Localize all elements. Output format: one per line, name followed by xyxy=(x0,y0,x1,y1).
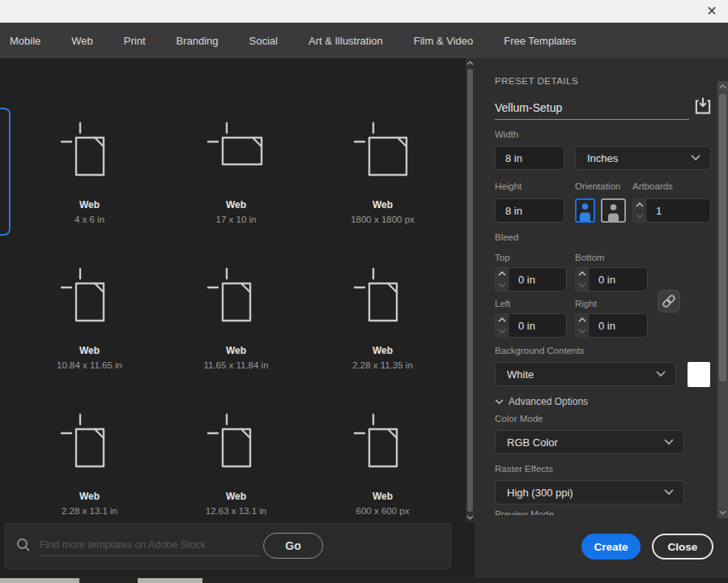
stepper-down-icon[interactable] xyxy=(496,279,509,291)
chevron-down-icon xyxy=(495,399,504,405)
stepper-down-icon[interactable] xyxy=(576,326,589,337)
bleed-right-stepper[interactable] xyxy=(575,313,648,338)
color-mode-dropdown[interactable]: RGB Color xyxy=(495,430,684,454)
scroll-down-icon[interactable] xyxy=(717,508,728,517)
tab-mobile[interactable]: Mobile xyxy=(10,35,40,47)
bleed-right-input[interactable] xyxy=(590,314,647,337)
bleed-left-input[interactable] xyxy=(509,314,566,337)
templates-scrollbar[interactable] xyxy=(466,58,475,522)
scrollbar-thumb[interactable] xyxy=(467,69,473,512)
preset-details-title: PRESET DETAILS xyxy=(495,76,578,86)
artboards-stepper[interactable] xyxy=(632,198,711,223)
template-name: Web xyxy=(226,199,246,211)
stepper-down-icon[interactable] xyxy=(576,279,589,291)
template-doc-icon xyxy=(353,389,413,476)
taskbar-segment xyxy=(138,578,202,583)
create-button[interactable]: Create xyxy=(581,534,641,560)
bleed-top-input[interactable] xyxy=(509,268,566,291)
bleed-top-stepper[interactable] xyxy=(495,267,567,292)
height-input[interactable] xyxy=(495,198,564,223)
bleed-left-stepper[interactable] xyxy=(495,313,567,338)
background-contents-value: White xyxy=(507,368,656,381)
tabbar: MobileWebPrintBrandingSocialArt & Illust… xyxy=(0,23,728,58)
go-button[interactable]: Go xyxy=(263,533,323,559)
artboards-label: Artboards xyxy=(632,181,673,191)
taskbar-segment xyxy=(0,578,79,583)
template-doc-icon xyxy=(60,389,120,476)
advanced-options-label: Advanced Options xyxy=(509,396,588,407)
advanced-options-toggle[interactable]: Advanced Options xyxy=(495,396,588,407)
raster-effects-dropdown[interactable]: High (300 ppi) xyxy=(495,480,684,504)
template-card[interactable]: Web 12.63 x 13.1 in xyxy=(163,389,309,534)
tab-web[interactable]: Web xyxy=(71,35,93,47)
template-doc-icon xyxy=(353,243,413,330)
stock-search-panel: Go xyxy=(5,523,451,569)
template-doc-icon xyxy=(206,97,266,185)
template-card[interactable]: Web 4 x 6 in xyxy=(16,97,163,243)
stepper-down-icon[interactable] xyxy=(633,211,646,222)
orientation-portrait-button[interactable] xyxy=(575,198,595,223)
template-name: Web xyxy=(373,345,393,356)
orientation-landscape-button[interactable] xyxy=(601,198,626,223)
bleed-bottom-input[interactable] xyxy=(590,268,647,291)
tab-film-video[interactable]: Film & Video xyxy=(414,35,473,47)
tab-print[interactable]: Print xyxy=(124,35,146,47)
template-dims: 11.65 x 11.84 in xyxy=(203,360,268,370)
stepper-up-icon[interactable] xyxy=(496,314,509,326)
color-mode-label: Color Mode xyxy=(495,414,543,423)
template-name: Web xyxy=(373,491,393,502)
tab-social[interactable]: Social xyxy=(249,35,278,47)
stepper-up-icon[interactable] xyxy=(633,199,646,211)
template-card[interactable]: Web 2.28 x 13.1 in xyxy=(16,389,163,534)
scroll-up-icon[interactable] xyxy=(717,82,728,91)
templates-panel: Web 4 x 6 in Web 17 x 10 in Web 1800 x 1… xyxy=(0,58,466,583)
template-card[interactable]: Web 17 x 10 in xyxy=(163,97,309,243)
stepper-up-icon[interactable] xyxy=(576,268,589,279)
chevron-down-icon xyxy=(664,439,674,445)
template-card[interactable]: Web 600 x 600 px xyxy=(309,389,456,534)
stepper-down-icon[interactable] xyxy=(496,326,509,337)
close-window-button[interactable]: ✕ xyxy=(703,2,721,20)
preset-details-panel: PRESET DETAILS Width Inches Height Orien… xyxy=(475,58,728,583)
stepper-arrows xyxy=(576,268,590,291)
bleed-bottom-stepper[interactable] xyxy=(575,267,648,292)
search-input[interactable] xyxy=(40,534,260,556)
close-dialog-button[interactable]: Close xyxy=(652,534,713,560)
template-name: Web xyxy=(79,199,100,211)
stepper-arrows xyxy=(576,314,590,337)
stepper-up-icon[interactable] xyxy=(496,268,509,279)
stepper-arrows xyxy=(496,268,509,291)
tab-branding[interactable]: Branding xyxy=(177,35,219,47)
stepper-arrows xyxy=(633,199,647,222)
template-card[interactable]: Web 1800 x 1800 px xyxy=(309,97,456,243)
orientation-label: Orientation xyxy=(575,181,620,191)
tab-free-templates[interactable]: Free Templates xyxy=(504,35,576,47)
template-card[interactable]: Web 10.84 x 11.65 in xyxy=(16,243,163,389)
save-preset-button[interactable] xyxy=(692,96,714,118)
template-dims: 10.84 x 11.65 in xyxy=(57,360,122,370)
template-card[interactable]: Web 11.65 x 11.84 in xyxy=(163,243,309,389)
width-input[interactable] xyxy=(495,146,564,170)
template-doc-icon xyxy=(60,243,120,330)
template-dims: 12.63 x 13.1 in xyxy=(206,506,266,516)
scroll-down-icon[interactable] xyxy=(466,513,475,522)
scroll-up-icon[interactable] xyxy=(466,58,475,68)
close-icon: ✕ xyxy=(706,4,717,18)
selected-template-outline[interactable] xyxy=(0,108,11,236)
scrollbar-thumb[interactable] xyxy=(719,94,726,381)
template-doc-icon xyxy=(206,389,266,476)
search-icon xyxy=(15,537,32,556)
link-bleed-values-button[interactable] xyxy=(658,290,680,313)
preset-name-input[interactable] xyxy=(495,96,689,120)
tab-art-illustration[interactable]: Art & Illustration xyxy=(309,35,383,47)
template-dims: 4 x 6 in xyxy=(75,215,104,224)
template-card[interactable]: Web 2.28 x 11.35 in xyxy=(309,243,456,389)
preset-panel-scrollbar[interactable] xyxy=(717,81,728,518)
background-contents-dropdown[interactable]: White xyxy=(495,362,676,386)
background-color-swatch xyxy=(688,362,710,387)
template-doc-icon xyxy=(206,243,266,330)
units-dropdown[interactable]: Inches xyxy=(575,146,711,170)
bleed-top-label: Top xyxy=(495,253,510,262)
stepper-up-icon[interactable] xyxy=(576,314,589,326)
artboards-input[interactable] xyxy=(647,199,710,222)
